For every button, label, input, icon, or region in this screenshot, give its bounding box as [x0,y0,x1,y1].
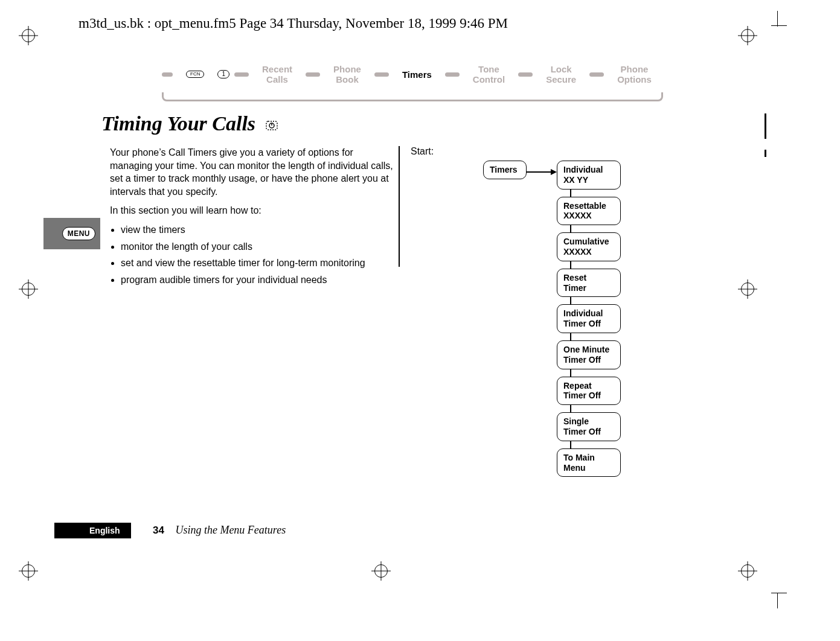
registration-mark-icon [741,29,755,43]
breadcrumb-sep-icon [234,72,249,77]
flow-node: SingleTimer Off [557,412,621,441]
breadcrumb-item: Tone Control [473,64,505,85]
flow-node: ResetTimer [557,269,621,298]
registration-mark-icon [741,282,755,297]
body-column: Your phone’s Call Timers give you a vari… [110,146,394,290]
one-key-icon: 1 [217,70,229,78]
flow-connector-icon [570,333,571,340]
flow-node: To MainMenu [557,448,621,477]
menu-breadcrumb: FCN 1 Recent Calls Phone Book Timers Ton… [162,60,663,101]
breadcrumb-sep-icon [306,72,320,77]
chapter-title: Using the Menu Features [175,524,286,536]
breadcrumb-item: Lock Secure [546,64,576,85]
intro-paragraph: Your phone’s Call Timers give you a vari… [110,146,394,198]
breadcrumb-item: Recent Calls [262,64,292,85]
change-bar-icon [765,113,766,139]
breadcrumb-sep-icon [518,72,533,77]
registration-mark-icon [22,282,36,297]
breadcrumb-sep-icon [445,72,460,77]
fcn-key-icon: FCN [186,71,204,78]
flow-connector-icon [570,405,571,412]
change-bar-icon [765,150,766,157]
crop-mark-icon [769,584,787,602]
flow-connector-icon [570,190,571,197]
breadcrumb-lead-icon [162,72,173,77]
breadcrumb-track-icon [162,92,663,101]
breadcrumb-item: Phone Options [617,64,652,85]
column-divider [399,146,400,267]
learn-list: view the timers monitor the length of yo… [110,223,394,286]
flow-connector-icon [570,441,571,448]
registration-mark-icon [374,564,389,579]
flow-column: IndividualXX YY ResettableXXXXX Cumulati… [557,161,621,477]
list-item: program audible timers for your individu… [121,273,394,287]
breadcrumb-sep-icon [589,72,604,77]
flow-node: RepeatTimer Off [557,377,621,406]
section-tab: MENU [43,218,100,249]
flow-node: IndividualTimer Off [557,304,621,333]
registration-mark-icon [22,564,36,579]
flow-connector-icon [570,369,571,377]
registration-mark-icon [741,564,755,579]
page-number: 34 [153,525,164,536]
language-badge: English [79,523,131,538]
flow-node: ResettableXXXXX [557,197,621,226]
page-title: Timing Your Calls [101,112,279,135]
flow-node: One MinuteTimer Off [557,340,621,369]
list-item: set and view the resettable timer for lo… [121,257,394,270]
svg-marker-3 [551,169,557,175]
page: m3td_us.bk : opt_menu.fm5 Page 34 Thursd… [0,0,840,641]
page-footer: English 34 Using the Menu Features [54,523,286,538]
registration-mark-icon [22,29,36,43]
flow-node: CumulativeXXXXX [557,232,621,261]
flow-connector-icon [570,225,571,232]
running-header: m3td_us.bk : opt_menu.fm5 Page 34 Thursd… [79,16,508,31]
flow-connector-icon [570,297,571,304]
flow-node: IndividualXX YY [557,161,621,190]
breadcrumb-item: Phone Book [333,64,361,85]
page-title-text: Timing Your Calls [101,112,255,135]
list-item: view the timers [121,223,394,237]
timer-icon [265,118,279,133]
learn-lead: In this section you will learn how to: [110,204,394,217]
flow-root-node: Timers [483,161,527,179]
start-label: Start: [411,146,434,157]
footer-bar-icon [54,523,79,538]
crop-mark-icon [769,17,787,35]
menu-pill: MENU [62,227,95,240]
flow-arrow-line-icon [527,171,551,173]
flow-connector-icon [570,261,571,269]
breadcrumb-sep-icon [374,72,389,77]
breadcrumb-item-active: Timers [402,69,432,80]
flow-arrow-head-icon [551,169,557,175]
list-item: monitor the length of your calls [121,240,394,254]
